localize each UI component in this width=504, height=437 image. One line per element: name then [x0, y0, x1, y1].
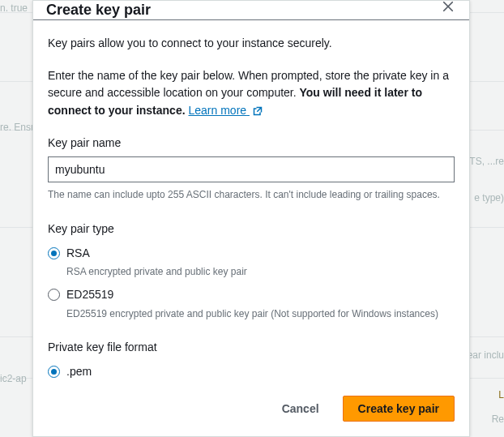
learn-more-link[interactable]: Learn more — [188, 104, 262, 117]
bg-frag: e type) — [474, 192, 504, 204]
radio-ed25519[interactable]: ED25519 — [48, 286, 455, 304]
keypair-type-label: Key pair type — [48, 221, 455, 238]
keypair-name-label: Key pair name — [48, 135, 455, 152]
radio-rsa-desc: RSA encrypted private and public key pai… — [66, 264, 455, 280]
modal-header: Create key pair — [33, 1, 469, 20]
intro-text: Key pairs allow you to connect to your i… — [48, 35, 455, 53]
radio-pem[interactable]: .pem — [48, 363, 455, 381]
learn-more-label: Learn more — [188, 104, 246, 117]
bg-frag: ear inclu — [468, 349, 504, 361]
bg-frag: ic2-ap — [0, 373, 27, 384]
radio-pem-label: .pem — [66, 363, 92, 381]
radio-icon — [48, 247, 60, 259]
create-key-pair-modal: Create key pair Key pairs allow you to c… — [32, 0, 470, 437]
radio-ed25519-desc: ED25519 encrypted private and public key… — [66, 306, 455, 322]
instruction-text: Enter the name of the key pair below. Wh… — [48, 67, 455, 120]
radio-ed25519-label: ED25519 — [66, 286, 113, 304]
radio-icon — [48, 366, 60, 378]
bg-frag: n. true — [0, 2, 28, 14]
radio-rsa[interactable]: RSA — [48, 245, 455, 263]
create-key-pair-button[interactable]: Create key pair — [343, 396, 455, 422]
bg-frag: Re — [492, 413, 504, 425]
cancel-button[interactable]: Cancel — [267, 396, 335, 422]
file-format-section: Private key file format .pem For use wit… — [48, 339, 455, 384]
bg-frag: TS, ...re — [469, 156, 504, 167]
radio-rsa-label: RSA — [66, 245, 90, 263]
modal-body: Key pairs allow you to connect to your i… — [33, 20, 469, 384]
modal-title: Create key pair — [46, 2, 151, 17]
modal-footer: Cancel Create key pair — [33, 384, 469, 436]
radio-icon — [48, 289, 60, 301]
external-link-icon — [253, 106, 263, 116]
keypair-type-section: Key pair type RSA RSA encrypted private … — [48, 221, 455, 321]
close-icon — [442, 1, 454, 15]
file-format-label: Private key file format — [48, 339, 455, 357]
bg-frag: L — [498, 389, 504, 401]
close-button[interactable] — [440, 0, 456, 15]
keypair-name-input[interactable] — [48, 156, 455, 182]
bg-frag: re. Ensu — [0, 122, 36, 133]
keypair-name-helper: The name can include upto 255 ASCII char… — [48, 187, 455, 203]
